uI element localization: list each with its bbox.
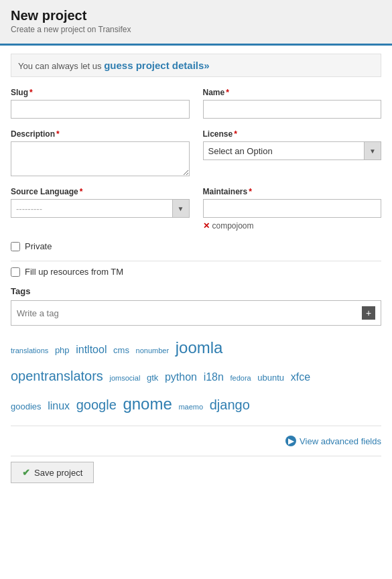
tag-ubuntu[interactable]: ubuntu — [257, 373, 284, 383]
description-license-row: Description* License* Select an Option M… — [11, 129, 381, 176]
page-subtitle: Create a new project on Transifex — [11, 25, 381, 34]
advanced-row: ▶ View advanced fields — [11, 436, 381, 446]
license-select[interactable]: Select an Option MIT GPL Apache BSD Othe… — [203, 141, 382, 160]
license-label: License* — [203, 129, 382, 139]
maintainer-tag-compojoom: ✕ compojoom — [203, 221, 382, 231]
divider-2 — [11, 426, 381, 426]
source-language-wrapper: --------- English French German Spanish … — [11, 199, 190, 218]
private-checkbox[interactable] — [11, 242, 20, 251]
guess-bar-prefix: You can always let us — [18, 61, 104, 71]
page-title: New project — [11, 8, 381, 23]
tag-joomla[interactable]: joomla — [176, 338, 223, 357]
divider-3 — [11, 456, 381, 456]
tag-python[interactable]: python — [165, 371, 197, 383]
fill-resources-row: Fill up resources from TM — [11, 267, 381, 277]
advanced-info-icon: ▶ — [285, 436, 296, 446]
description-group: Description* — [11, 129, 190, 176]
tag-google[interactable]: google — [76, 397, 117, 412]
save-row: ✔ Save project — [11, 462, 381, 483]
private-label: Private — [25, 241, 52, 251]
tag-xfce[interactable]: xfce — [291, 371, 310, 383]
slug-label: Slug* — [11, 88, 190, 97]
tags-section: Tags + translations php intltool cms non… — [11, 286, 381, 419]
tag-input[interactable] — [17, 308, 358, 318]
source-language-group: Source Language* --------- English Frenc… — [11, 187, 190, 231]
tag-cms[interactable]: cms — [113, 345, 129, 355]
tag-nonumber[interactable]: nonumber — [136, 346, 170, 355]
tag-php[interactable]: php — [55, 345, 70, 355]
tag-django[interactable]: django — [210, 397, 250, 412]
tag-translations[interactable]: translations — [11, 346, 48, 355]
name-input[interactable] — [203, 100, 382, 119]
tag-opentranslators[interactable]: opentranslators — [11, 369, 103, 383]
save-check-icon: ✔ — [22, 467, 30, 478]
name-group: Name* — [203, 88, 382, 119]
advanced-link-label: View advanced fields — [300, 436, 381, 446]
license-group: License* Select an Option MIT GPL Apache… — [203, 129, 382, 176]
maintainers-group: Maintainers* ✕ compojoom — [203, 187, 382, 231]
slug-input[interactable] — [11, 100, 190, 119]
remove-maintainer-icon[interactable]: ✕ — [203, 221, 210, 231]
page-header: New project Create a new project on Tran… — [0, 0, 392, 46]
private-row: Private — [11, 241, 381, 251]
tag-maemo[interactable]: maemo — [178, 403, 203, 411]
name-label: Name* — [203, 88, 382, 97]
advanced-fields-link[interactable]: ▶ View advanced fields — [285, 436, 381, 446]
maintainers-label: Maintainers* — [203, 187, 382, 196]
save-button[interactable]: ✔ Save project — [11, 462, 94, 483]
slug-group: Slug* — [11, 88, 190, 119]
divider-1 — [11, 261, 381, 261]
source-language-select[interactable]: --------- English French German Spanish — [11, 199, 190, 218]
tag-linux[interactable]: linux — [48, 400, 70, 411]
maintainers-input[interactable] — [203, 199, 382, 218]
source-language-label: Source Language* — [11, 187, 190, 196]
slug-name-row: Slug* Name* — [11, 88, 381, 119]
fill-resources-checkbox[interactable] — [11, 267, 20, 277]
fill-resources-label: Fill up resources from TM — [25, 267, 123, 277]
tag-gnome[interactable]: gnome — [123, 395, 172, 413]
tag-jomsocial[interactable]: jomsocial — [110, 374, 141, 382]
guess-bar: You can always let us guess project deta… — [11, 54, 381, 77]
tag-i18n[interactable]: i18n — [204, 371, 224, 383]
tags-label: Tags — [11, 286, 381, 296]
license-select-wrapper: Select an Option MIT GPL Apache BSD Othe… — [203, 141, 382, 160]
description-label: Description* — [11, 129, 190, 139]
tag-goodies[interactable]: goodies — [11, 401, 42, 411]
guess-details-link[interactable]: guess project details» — [104, 60, 210, 71]
tags-input-area: + — [11, 300, 381, 326]
tag-gtk[interactable]: gtk — [147, 373, 158, 383]
tags-cloud: translations php intltool cms nonumber j… — [11, 332, 381, 419]
maintainer-name: compojoom — [212, 221, 254, 231]
tag-fedora[interactable]: fedora — [231, 374, 251, 382]
tag-intltool[interactable]: intltool — [76, 344, 107, 355]
sourcelang-maintainers-row: Source Language* --------- English Frenc… — [11, 187, 381, 231]
description-input[interactable] — [11, 141, 190, 176]
add-tag-button[interactable]: + — [362, 306, 375, 320]
save-button-label: Save project — [34, 468, 82, 478]
